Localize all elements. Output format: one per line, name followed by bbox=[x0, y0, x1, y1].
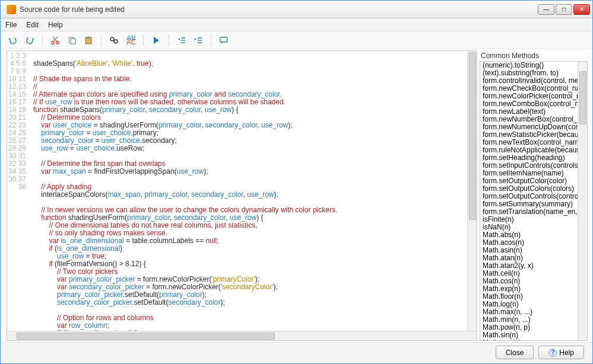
menu-edit[interactable]: Edit bbox=[26, 21, 39, 29]
undo-icon[interactable] bbox=[7, 34, 20, 47]
close-button[interactable]: Close bbox=[496, 346, 534, 359]
method-item[interactable]: form.setOutputColors(colors) bbox=[480, 185, 578, 193]
outdent-icon[interactable] bbox=[175, 34, 188, 47]
code-area[interactable]: shadeSpans('AliceBlue', 'White', true); … bbox=[30, 51, 467, 331]
window-title: Source code for rule being edited bbox=[20, 5, 538, 14]
panel-heading: Common Methods bbox=[480, 50, 588, 61]
method-item[interactable]: form.newLabel(text) bbox=[480, 108, 578, 116]
run-icon[interactable] bbox=[150, 34, 163, 47]
method-item[interactable]: form.newNumberBox(control_name) bbox=[480, 116, 578, 123]
method-list[interactable]: (numeric).toString()(text).substring(fro… bbox=[480, 61, 588, 341]
separator bbox=[101, 34, 102, 46]
svg-point-1 bbox=[56, 41, 59, 43]
find-icon[interactable] bbox=[107, 34, 120, 47]
window-controls: — □ ✕ bbox=[538, 4, 590, 15]
method-item[interactable]: form.newColorPicker(control_name) bbox=[480, 92, 578, 100]
svg-point-0 bbox=[52, 41, 54, 43]
close-button-label: Close bbox=[506, 349, 524, 357]
method-item[interactable]: form.newComboBox(control_name) bbox=[480, 100, 578, 108]
method-item[interactable]: Math.sqrt(n) bbox=[480, 339, 578, 340]
svg-rect-5 bbox=[87, 37, 90, 39]
copy-icon[interactable] bbox=[65, 34, 78, 47]
tool-bar: ABAC bbox=[1, 31, 592, 49]
code-editor[interactable]: 1 2 3 4 5 6 7 8 9 10 11 12 13 14 15 16 1… bbox=[7, 50, 477, 341]
editor-vscrollbar[interactable] bbox=[467, 51, 477, 331]
cut-icon[interactable] bbox=[49, 34, 62, 47]
comment-icon[interactable] bbox=[217, 34, 230, 47]
list-vscrollbar[interactable] bbox=[578, 62, 587, 340]
method-item[interactable]: isNaN(n) bbox=[480, 223, 578, 231]
method-item[interactable]: Math.acos(n) bbox=[480, 239, 578, 247]
close-window-button[interactable]: ✕ bbox=[573, 4, 590, 15]
method-item[interactable]: form.setItemName(name) bbox=[480, 170, 578, 177]
separator bbox=[169, 34, 169, 46]
method-item[interactable]: Math.cos(n) bbox=[480, 277, 578, 285]
main-area: 1 2 3 4 5 6 7 8 9 10 11 12 13 14 15 16 1… bbox=[1, 49, 592, 342]
separator bbox=[143, 34, 144, 46]
method-item[interactable]: Math.log(n) bbox=[480, 301, 578, 308]
method-item[interactable]: Math.max(n, ...) bbox=[480, 308, 578, 316]
svg-point-7 bbox=[114, 40, 118, 43]
separator bbox=[42, 34, 43, 46]
method-item[interactable]: form.newTextBox(control_name) bbox=[480, 139, 578, 146]
method-item[interactable]: (text).substring(from, to) bbox=[480, 69, 578, 77]
method-item[interactable]: form.setOutputControls(controls) bbox=[480, 193, 578, 200]
separator bbox=[211, 34, 211, 46]
svg-rect-3 bbox=[71, 39, 75, 44]
method-item[interactable]: form.setHeading(heading) bbox=[480, 154, 578, 162]
method-item[interactable]: form.setInputControls(controls) bbox=[480, 162, 578, 170]
redo-icon[interactable] bbox=[23, 34, 36, 47]
dialog-buttons: Close ?Help bbox=[1, 342, 592, 362]
method-item[interactable]: isFinite(n) bbox=[480, 216, 578, 223]
method-item[interactable]: Math.exp(n) bbox=[480, 285, 578, 293]
method-item[interactable]: form.ruleNotApplicable(because) bbox=[480, 146, 578, 154]
method-item[interactable]: Math.atan2(y, x) bbox=[480, 262, 578, 270]
method-item[interactable]: form.controlInvalid(control, message) bbox=[480, 77, 578, 85]
title-bar: Source code for rule being edited — □ ✕ bbox=[1, 1, 592, 18]
maximize-button[interactable]: □ bbox=[556, 4, 572, 15]
menu-help[interactable]: Help bbox=[48, 21, 63, 29]
method-item[interactable]: form.setTranslation(name_en, name) bbox=[480, 208, 578, 216]
method-item[interactable]: Math.pow(n, p) bbox=[480, 324, 578, 331]
svg-point-6 bbox=[110, 37, 114, 41]
editor-hscrollbar[interactable] bbox=[7, 331, 477, 340]
indent-icon[interactable] bbox=[192, 34, 205, 47]
svg-rect-10 bbox=[220, 37, 227, 42]
method-item[interactable]: form.newNumericUpDown(control_name) bbox=[480, 123, 578, 131]
method-item[interactable]: Math.ceil(n) bbox=[480, 270, 578, 277]
app-icon bbox=[7, 5, 16, 14]
method-item[interactable]: Math.asin(n) bbox=[480, 247, 578, 254]
method-item[interactable]: Math.floor(n) bbox=[480, 293, 578, 301]
method-item[interactable]: (numeric).toString() bbox=[480, 62, 578, 69]
help-button-label: Help bbox=[559, 349, 574, 357]
method-item[interactable]: form.newCheckBox(control_name) bbox=[480, 85, 578, 92]
menu-file[interactable]: File bbox=[5, 21, 17, 29]
method-item[interactable]: Math.atan(n) bbox=[480, 254, 578, 262]
method-item[interactable]: form.setOutputColor(color) bbox=[480, 177, 578, 185]
minimize-button[interactable]: — bbox=[538, 4, 554, 15]
find-replace-icon[interactable]: ABAC bbox=[124, 34, 137, 47]
menu-bar: File Edit Help bbox=[1, 18, 592, 31]
method-item[interactable]: Math.sin(n) bbox=[480, 331, 578, 339]
svg-text:AC: AC bbox=[126, 38, 135, 45]
paste-icon[interactable] bbox=[82, 34, 95, 47]
method-item[interactable]: form.setSummary(summary) bbox=[480, 200, 578, 208]
common-methods-panel: Common Methods (numeric).toString()(text… bbox=[480, 50, 588, 341]
line-gutter: 1 2 3 4 5 6 7 8 9 10 11 12 13 14 15 16 1… bbox=[7, 51, 30, 331]
help-button[interactable]: ?Help bbox=[538, 346, 584, 359]
method-item[interactable]: Math.min(n, ...) bbox=[480, 316, 578, 324]
help-icon: ? bbox=[548, 349, 557, 357]
method-item[interactable]: Math.abs(n) bbox=[480, 231, 578, 239]
method-item[interactable]: form.newStatisticPicker(because) bbox=[480, 131, 578, 139]
